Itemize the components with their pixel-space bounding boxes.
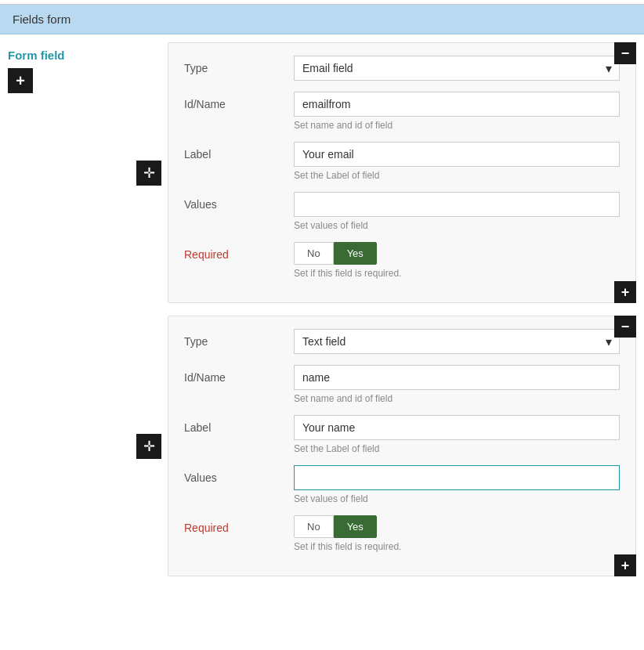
idname-input-2[interactable] [294,365,620,390]
required-row-2: Required No Yes Set if this field is req… [184,515,620,552]
form-cards-area: − ✛ Type Email field [133,42,644,576]
idname-label-2: Id/Name [184,365,294,384]
fields-form-title: Fields form [13,13,71,26]
required-yes-1[interactable]: Yes [334,242,377,265]
type-select-2[interactable]: Email field Text field Number field Sele… [294,329,620,354]
label-row-1: Label Set the Label of field [184,142,620,181]
fields-form-header: Fields form [0,5,644,34]
drag-handle-2[interactable]: ✛ [136,434,161,459]
required-input-area-1: No Yes Set if this field is required. [294,242,620,279]
type-input-area-1: Email field Text field Number field Sele… [294,56,620,81]
left-sidebar: Form field + [0,42,133,576]
required-buttons-1: No Yes [294,242,620,265]
type-row-1: Type Email field Text field Number field… [184,56,620,81]
values-hint-2: Set values of field [294,493,620,504]
form-card-wrapper-2: − ✛ Type Email field [133,316,636,576]
main-content: Form field + − ✛ Type [0,34,644,584]
label-row-2: Label Set the Label of field [184,415,620,454]
values-input-2[interactable] [294,465,620,490]
label-input-2[interactable] [294,415,620,440]
type-select-wrapper-2: Email field Text field Number field Sele… [294,329,620,354]
idname-input-area-1: Set name and id of field [294,92,620,131]
required-hint-2: Set if this field is required. [294,541,620,552]
required-yes-2[interactable]: Yes [334,515,377,538]
remove-card-2-button[interactable]: − [614,316,636,338]
required-no-1[interactable]: No [294,242,334,265]
values-input-area-2: Set values of field [294,465,620,504]
page-wrapper: Fields form Form field + − ✛ Type [0,0,644,650]
form-card-1: Type Email field Text field Number field… [168,42,636,303]
label-label-2: Label [184,415,294,434]
required-buttons-2: No Yes [294,515,620,538]
values-input-1[interactable] [294,192,620,217]
label-hint-2: Set the Label of field [294,443,620,454]
values-row-2: Values Set values of field [184,465,620,504]
card-2-relative: ✛ Type Email field Text [168,316,636,576]
required-label-2: Required [184,515,294,534]
label-input-1[interactable] [294,142,620,167]
add-after-card-1-button[interactable]: + [614,281,636,303]
add-form-field-button[interactable]: + [8,68,33,93]
remove-card-1-button[interactable]: − [614,42,636,64]
idname-hint-1: Set name and id of field [294,120,620,131]
type-row-2: Type Email field Text field Number field… [184,329,620,354]
form-card-2: Type Email field Text field Number field… [168,316,636,576]
drag-handle-1[interactable]: ✛ [136,161,161,186]
type-label-1: Type [184,56,294,74]
form-field-label: Form field [8,49,125,62]
label-hint-1: Set the Label of field [294,170,620,181]
card-1-relative: ✛ Type Email field Text [168,42,636,303]
label-input-area-1: Set the Label of field [294,142,620,181]
required-label-1: Required [184,242,294,261]
idname-hint-2: Set name and id of field [294,393,620,404]
form-card-wrapper-1: − ✛ Type Email field [133,42,636,303]
idname-label-1: Id/Name [184,92,294,110]
add-after-card-2-button[interactable]: + [614,554,636,576]
idname-input-1[interactable] [294,92,620,117]
required-no-2[interactable]: No [294,515,334,538]
label-input-area-2: Set the Label of field [294,415,620,454]
values-input-area-1: Set values of field [294,192,620,231]
required-hint-1: Set if this field is required. [294,268,620,279]
idname-row-2: Id/Name Set name and id of field [184,365,620,404]
required-row-1: Required No Yes Set if this field is req… [184,242,620,279]
values-row-1: Values Set values of field [184,192,620,231]
idname-row-1: Id/Name Set name and id of field [184,92,620,131]
label-label-1: Label [184,142,294,161]
type-select-wrapper-1: Email field Text field Number field Sele… [294,56,620,81]
idname-input-area-2: Set name and id of field [294,365,620,404]
type-select-1[interactable]: Email field Text field Number field Sele… [294,56,620,81]
values-label-1: Values [184,192,294,211]
required-input-area-2: No Yes Set if this field is required. [294,515,620,552]
type-label-2: Type [184,329,294,348]
values-label-2: Values [184,465,294,484]
type-input-area-2: Email field Text field Number field Sele… [294,329,620,354]
values-hint-1: Set values of field [294,220,620,231]
